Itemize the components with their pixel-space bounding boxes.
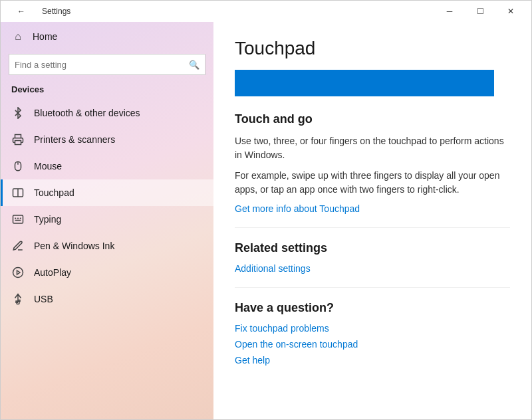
sidebar-item-home[interactable]: ⌂ Home xyxy=(1,22,213,51)
touch-and-go-heading: Touch and go xyxy=(235,112,510,126)
touch-and-go-text1: Use two, three, or four fingers on the t… xyxy=(235,134,510,162)
additional-settings-link[interactable]: Additional settings xyxy=(235,263,510,274)
touchpad-icon xyxy=(11,186,25,199)
open-onscreen-touchpad-link[interactable]: Open the on-screen touchpad xyxy=(235,339,510,350)
close-button[interactable]: ✕ xyxy=(495,1,526,22)
svg-rect-12 xyxy=(16,301,17,302)
svg-rect-0 xyxy=(15,141,21,145)
sidebar-item-autoplay[interactable]: AutoPlay xyxy=(1,259,213,286)
touch-and-go-text2: For example, swipe up with three fingers… xyxy=(235,169,510,197)
svg-rect-5 xyxy=(13,215,23,223)
usb-label: USB xyxy=(34,294,53,304)
printer-icon xyxy=(11,133,25,146)
sidebar-item-pen[interactable]: Pen & Windows Ink xyxy=(1,233,213,259)
sidebar-item-bluetooth[interactable]: Bluetooth & other devices xyxy=(1,100,213,126)
mouse-icon xyxy=(11,159,25,173)
titlebar-controls: ─ ☐ ✕ xyxy=(434,1,526,22)
get-more-info-link[interactable]: Get more info about Touchpad xyxy=(235,203,510,214)
usb-icon xyxy=(11,292,25,306)
typing-label: Typing xyxy=(34,214,61,225)
pen-icon xyxy=(11,239,25,253)
typing-icon xyxy=(11,213,25,226)
home-label: Home xyxy=(33,31,57,42)
page-title: Touchpad xyxy=(235,38,510,59)
printers-label: Printers & scanners xyxy=(34,134,115,145)
touchpad-label: Touchpad xyxy=(34,187,74,198)
back-button[interactable]: ← xyxy=(6,1,37,22)
bluetooth-icon xyxy=(11,106,25,120)
related-settings-heading: Related settings xyxy=(235,241,510,255)
home-icon: ⌂ xyxy=(11,30,25,43)
minimize-button[interactable]: ─ xyxy=(434,1,465,22)
sidebar-item-typing[interactable]: Typing xyxy=(1,206,213,233)
search-box[interactable]: 🔍 xyxy=(9,54,205,75)
maximize-button[interactable]: ☐ xyxy=(465,1,495,22)
sidebar-item-usb[interactable]: USB xyxy=(1,286,213,312)
main-layout: ⌂ Home 🔍 Devices Bluetooth & other devic… xyxy=(1,22,531,419)
have-a-question-heading: Have a question? xyxy=(235,301,510,315)
have-a-question-section: Have a question? Fix touchpad problems O… xyxy=(235,301,510,366)
titlebar-title: Settings xyxy=(42,7,70,16)
divider-1 xyxy=(235,227,510,228)
svg-point-10 xyxy=(13,268,23,278)
get-help-link[interactable]: Get help xyxy=(235,355,510,366)
sidebar-section-label: Devices xyxy=(1,80,213,100)
sidebar-item-touchpad[interactable]: Touchpad xyxy=(1,179,213,206)
svg-marker-11 xyxy=(17,270,21,274)
related-settings-section: Related settings Additional settings xyxy=(235,241,510,274)
touchpad-visual-bar xyxy=(235,70,494,96)
fix-touchpad-link[interactable]: Fix touchpad problems xyxy=(235,323,510,334)
autoplay-icon xyxy=(11,266,25,279)
search-input[interactable] xyxy=(15,60,185,70)
pen-label: Pen & Windows Ink xyxy=(34,241,114,251)
divider-2 xyxy=(235,287,510,288)
titlebar: ← Settings ─ ☐ ✕ xyxy=(1,1,531,22)
sidebar-item-printers[interactable]: Printers & scanners xyxy=(1,126,213,153)
sidebar: ⌂ Home 🔍 Devices Bluetooth & other devic… xyxy=(1,22,213,419)
titlebar-left: ← Settings xyxy=(6,1,70,22)
bluetooth-label: Bluetooth & other devices xyxy=(34,108,140,118)
search-icon: 🔍 xyxy=(189,60,200,70)
content-area: Touchpad Touch and go Use two, three, or… xyxy=(213,22,531,419)
mouse-label: Mouse xyxy=(34,161,62,171)
sidebar-item-mouse[interactable]: Mouse xyxy=(1,153,213,179)
autoplay-label: AutoPlay xyxy=(34,267,71,278)
settings-window: ← Settings ─ ☐ ✕ ⌂ Home 🔍 Devices xyxy=(0,0,532,420)
svg-rect-13 xyxy=(19,300,20,302)
